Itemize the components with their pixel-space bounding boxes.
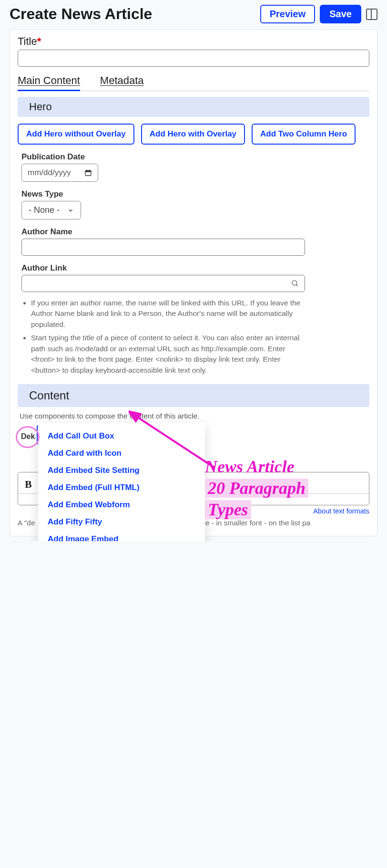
add-two-column-hero-button[interactable]: Add Two Column Hero (252, 124, 356, 145)
sidebar-toggle-icon[interactable] (366, 9, 377, 20)
title-input[interactable] (18, 50, 369, 67)
author-link-label: Author Link (21, 263, 366, 273)
page-title: Create News Article (10, 5, 152, 23)
publication-date-label: Publication Date (21, 152, 366, 162)
author-name-input[interactable] (21, 239, 305, 256)
save-button[interactable]: Save (320, 5, 361, 23)
preview-button[interactable]: Preview (260, 5, 316, 23)
news-type-selected: - None - (29, 205, 60, 215)
content-description: Use components to compose the content of… (20, 412, 369, 420)
svg-rect-1 (85, 170, 91, 172)
required-indicator: * (37, 35, 41, 47)
dek-label: Dek (21, 432, 35, 441)
publication-date-input[interactable]: mm/dd/yyyy (21, 164, 98, 182)
dropdown-item[interactable]: Add Image Embed (38, 531, 205, 541)
content-section-header: Content (18, 384, 369, 407)
svg-point-4 (292, 281, 297, 285)
add-component-dropdown: Add Call Out Box Add Card with Icon Add … (38, 423, 205, 541)
author-link-input[interactable] (21, 275, 305, 292)
svg-line-5 (296, 284, 298, 286)
add-hero-without-overlay-button[interactable]: Add Hero without Overlay (18, 124, 134, 145)
title-label: Title (18, 35, 37, 47)
chevron-down-icon (67, 207, 74, 214)
dropdown-item[interactable]: Add Embed (Full HTML) (38, 479, 205, 496)
date-placeholder: mm/dd/yyyy (28, 168, 71, 178)
svg-rect-3 (89, 169, 90, 171)
hero-section-header: Hero (18, 97, 369, 117)
svg-rect-2 (86, 169, 87, 171)
tab-metadata[interactable]: Metadata (100, 73, 144, 91)
dropdown-item[interactable]: Add Fifty Fifty (38, 513, 205, 531)
add-hero-with-overlay-button[interactable]: Add Hero with Overlay (141, 124, 245, 145)
author-name-label: Author Name (21, 227, 366, 237)
search-icon (291, 279, 299, 288)
help-text-author-url: If you enter an author name, the name wi… (31, 298, 304, 330)
dropdown-item[interactable]: Add Embed Webform (38, 496, 205, 513)
help-text-link-paths: Start typing the title of a piece of con… (31, 333, 304, 376)
dropdown-item[interactable]: Add Card with Icon (38, 445, 205, 462)
news-type-select[interactable]: - None - (21, 201, 81, 220)
tab-main-content[interactable]: Main Content (18, 73, 80, 91)
calendar-icon (84, 169, 92, 177)
bold-icon[interactable]: B (25, 478, 32, 491)
dropdown-item[interactable]: Add Call Out Box (38, 428, 205, 445)
dropdown-item[interactable]: Add Embed Site Setting (38, 462, 205, 479)
news-type-label: News Type (21, 189, 366, 199)
